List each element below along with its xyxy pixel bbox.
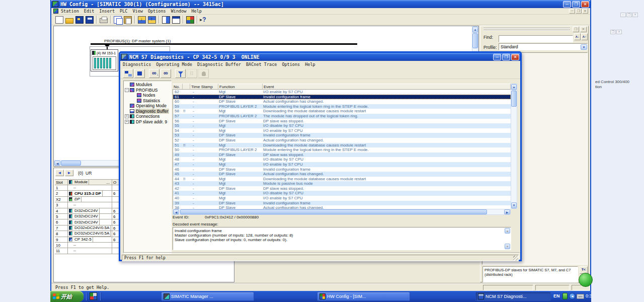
event-row[interactable]: 44 !! - Mgt Downloading the module datab… <box>173 177 511 182</box>
save-and-compile-icon[interactable] <box>75 16 84 24</box>
tree-item-statistics[interactable]: Statistics <box>124 98 160 103</box>
event-row[interactable]: 48 - Mgt I/O disable by S7 CPU <box>173 157 511 162</box>
language-indicator[interactable]: EN <box>553 293 560 298</box>
menu-item[interactable]: Options <box>145 9 169 14</box>
menu-item[interactable]: Window <box>169 9 189 14</box>
event-row[interactable]: 62 - Mgt I/O enable by S7 CPU <box>173 90 511 95</box>
event-vertical-scrollbar[interactable]: ▲ ▼ <box>511 84 517 209</box>
event-row[interactable]: 53 - DP Slave Invalid configuration fram… <box>173 133 511 138</box>
warn-column-header[interactable] <box>183 84 190 90</box>
event-row[interactable]: 59 - PROFIBUS LAYER 2 Module entering th… <box>173 104 511 109</box>
hw-config-titlebar[interactable]: HW Config - [SIMATIC 300(1) (Configurati… <box>51 0 590 8</box>
event-row[interactable]: 58 !! - Mgt Downloading the module datab… <box>173 109 511 114</box>
expand-icon[interactable]: + <box>125 120 129 124</box>
tray-vm-icon[interactable]: vm <box>577 294 584 299</box>
menu-item[interactable]: Insert <box>97 9 117 14</box>
event-row[interactable]: 47 - Mgt I/O enable by S7 CPU <box>173 162 511 167</box>
restore-button[interactable]: ❐ <box>572 1 580 8</box>
copy-icon[interactable] <box>114 16 122 24</box>
scroll-up-icon[interactable]: ▲ <box>511 84 517 90</box>
minimize-button[interactable]: ─ <box>563 1 571 8</box>
download-to-module-icon[interactable] <box>138 16 146 24</box>
tree-item-connections[interactable]: + Connections <box>124 114 160 119</box>
open-folder-icon[interactable] <box>65 18 73 24</box>
menu-item[interactable]: BACnet Trace <box>244 62 279 67</box>
scroll-thumb[interactable] <box>511 91 517 107</box>
close-button[interactable]: ✕ <box>511 54 519 60</box>
event-row[interactable]: 57 - PROFIBUS LAYER 2 The module has dro… <box>173 114 511 119</box>
event-column-header[interactable]: Event <box>263 84 511 90</box>
event-row[interactable]: 56 - DP Slave DP slave was stopped. <box>173 119 511 124</box>
menu-item[interactable]: Station <box>58 9 82 14</box>
menu-item[interactable]: Operating Mode <box>153 62 195 67</box>
tree-item-profibus[interactable]: − PROFIBUS <box>124 88 158 93</box>
event-row[interactable]: 39 - DP Slave Invalid configuration fram… <box>173 201 511 206</box>
scroll-thumb[interactable] <box>180 209 487 214</box>
scroll-down-icon[interactable]: ▼ <box>511 202 517 208</box>
event-row[interactable]: 41 - Mgt I/O disable by S7 CPU <box>173 191 511 196</box>
scroll-up-icon[interactable]: ▲ <box>472 27 478 33</box>
event-row[interactable]: 46 - DP Slave Invalid configuration fram… <box>173 167 511 172</box>
scroll-left-icon[interactable]: ◀ <box>173 209 179 214</box>
menu-item[interactable]: Di­agnostic Buffer <box>195 62 244 67</box>
scroll-down-icon[interactable]: ▼ <box>505 244 510 249</box>
menu-item[interactable]: Diagnostics <box>120 62 153 67</box>
next-rack-button[interactable]: ► <box>65 170 73 176</box>
scroll-thumb[interactable] <box>472 33 478 48</box>
tree-item-operating-mode[interactable]: Operating Mode <box>124 103 167 108</box>
scroll-up-icon[interactable]: ▲ <box>505 228 510 234</box>
event-row[interactable]: 38 - DP Slave Actual configuration has c… <box>173 205 511 209</box>
event-row[interactable]: 42 - DP Slave DP slave was stopped. <box>173 186 511 191</box>
event-row[interactable]: 61 - DP Slave Invalid configuration fram… <box>173 95 511 100</box>
find-input[interactable] <box>499 35 573 42</box>
connect-icon[interactable] <box>123 69 133 78</box>
station-window-icon[interactable] <box>172 16 180 24</box>
collapse-icon[interactable]: − <box>125 88 129 92</box>
event-row[interactable]: 40 - Mgt I/O enable by S7 CPU <box>173 196 511 201</box>
start-button[interactable]: 开始 <box>50 291 84 302</box>
event-row[interactable]: 54 - Mgt I/O enable by S7 CPU <box>173 128 511 133</box>
tree-item-modules[interactable]: Modules <box>124 82 152 87</box>
tree-item-diagnostic-buffer[interactable]: Diagnostic Buffer <box>124 109 169 114</box>
function-column-header[interactable]: Function <box>218 84 263 90</box>
timestamp-column-header[interactable]: Time Stamp <box>190 84 218 90</box>
diagnostics-titlebar[interactable]: NCM S7 Diagnostics - CP 342-5 0/9 3 ONLI… <box>120 53 520 61</box>
task-button[interactable]: HW Config - [SIM... <box>317 292 410 301</box>
mdi-restore-button[interactable]: ❐ <box>576 9 582 14</box>
event-row[interactable]: 43 - Mgt Module is passive bus node <box>173 181 511 186</box>
maximize-button[interactable]: ❐ <box>502 54 510 60</box>
event-row[interactable]: 49 - DP Slave DP slave was stopped. <box>173 153 511 158</box>
find-previous-icon[interactable]: A↑ <box>581 33 588 40</box>
tree-item-nodes[interactable]: Nodes <box>124 93 156 98</box>
mdi-minimize-button[interactable]: ─ <box>569 9 575 14</box>
expand-icon[interactable]: + <box>125 114 129 118</box>
menu-item[interactable]: Edit <box>82 9 97 14</box>
quick-launch-simatic-icon[interactable] <box>90 292 97 300</box>
print-icon[interactable] <box>100 18 108 23</box>
no-column-header[interactable]: No. <box>173 84 183 90</box>
task-button[interactable]: SIMATIC Manager ... <box>161 292 254 301</box>
menu-item[interactable]: Help <box>302 62 317 67</box>
event-row[interactable]: 51 !! - Mgt Downloading the module datab… <box>173 143 511 148</box>
catalog-close-icon[interactable]: ✕ <box>580 27 587 32</box>
scroll-thumb[interactable] <box>61 161 81 166</box>
event-row[interactable]: 50 - PROFIBUS LAYER 2 Module entering th… <box>173 147 511 153</box>
catalog-grip[interactable] <box>484 28 570 29</box>
task-button[interactable]: NCM S7 Diagnosti... <box>475 292 551 301</box>
upload-from-module-icon[interactable] <box>148 16 156 24</box>
filter-icon[interactable] <box>175 69 186 78</box>
catalog-grip[interactable] <box>484 30 570 31</box>
menu-item[interactable]: Options <box>279 62 302 67</box>
previous-rack-button[interactable]: ◄ <box>55 170 64 176</box>
help-pointer-icon[interactable]: ? <box>200 16 208 24</box>
tray-arrow-icon[interactable]: ◄ <box>569 293 576 299</box>
tree-item-dp-slave[interactable]: + DP slave addr. 9 <box>124 119 168 124</box>
event-row[interactable]: 52 - DP Slave Actual configuration has c… <box>173 138 511 143</box>
profile-select[interactable]: Standard ▼ <box>499 43 588 50</box>
event-row[interactable]: 55 - Mgt I/O disable by S7 CPU <box>173 123 511 128</box>
chevron-down-icon[interactable]: ▼ <box>581 44 587 50</box>
catalog-dock-icon[interactable]: ❐ <box>573 27 579 32</box>
decoded-message-box[interactable]: Invalid configuration frame Master confi… <box>173 227 511 250</box>
minimize-button[interactable]: ─ <box>493 54 501 60</box>
save-icon[interactable] <box>86 16 94 24</box>
